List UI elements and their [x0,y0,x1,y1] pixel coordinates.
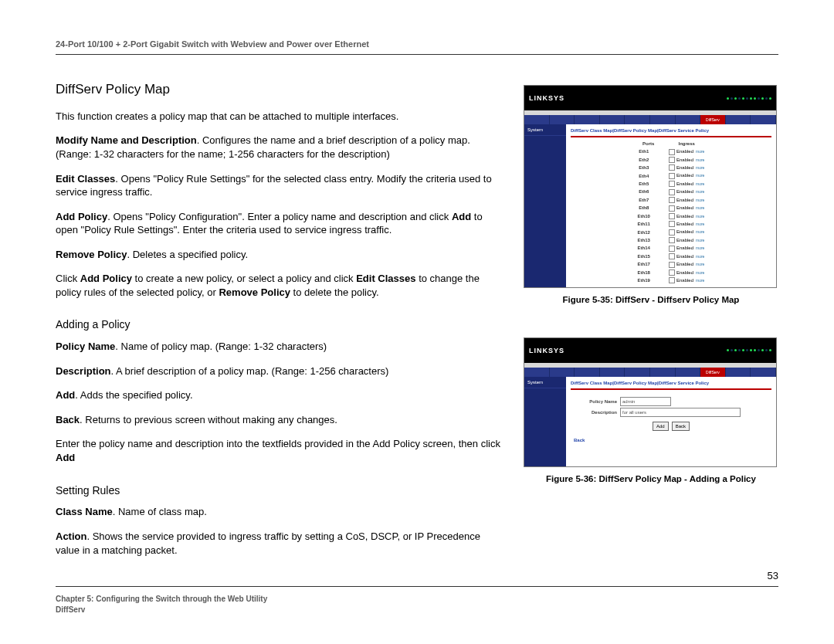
tab-diffserv[interactable]: DiffServ [700,368,726,377]
ingress-cell: Enabledmore [664,276,709,284]
more-link[interactable]: more [696,165,704,170]
paragraph: Add Policy. Opens "Policy Configuration"… [56,210,503,237]
screenshot-content: DiffServ Class Map|DiffServ Policy Map|D… [566,377,776,466]
checkbox-icon[interactable] [669,157,675,163]
tab[interactable] [726,115,751,124]
back-button[interactable]: Back [672,422,690,431]
checkbox-icon[interactable] [669,149,675,155]
more-link[interactable]: more [696,229,704,234]
paragraph: Click Add Policy to create a new policy,… [56,272,503,299]
checkbox-icon[interactable] [669,277,675,283]
checkbox-icon[interactable] [669,197,675,203]
ingress-cell: Enabledmore [664,196,709,204]
more-link[interactable]: more [696,198,704,202]
tab[interactable] [625,368,650,377]
screenshot-add-policy: LINKSYS DiffServ [524,337,777,467]
checkbox-icon[interactable] [669,229,675,236]
ingress-cell: Enabledmore [664,260,709,268]
label-description: Description [586,409,620,415]
checkbox-icon[interactable] [669,189,675,195]
more-link[interactable]: more [696,270,704,275]
ingress-cell: Enabledmore [664,147,709,155]
table-row: Eth5Enabledmore [633,180,710,188]
more-link[interactable]: more [696,222,704,226]
tab[interactable] [650,368,676,377]
tab[interactable] [650,115,676,124]
table-row: Eth3Enabledmore [633,164,710,171]
tab[interactable] [575,368,600,377]
sidebar-system[interactable]: System [524,124,566,136]
text: . Shows the service provided to ingress … [56,530,480,556]
tab[interactable] [600,115,626,124]
tab[interactable] [751,368,776,377]
text: to create a new policy, or select a poli… [132,273,356,284]
more-link[interactable]: more [696,149,704,154]
more-link[interactable]: more [696,262,704,266]
tab[interactable] [600,368,626,377]
more-link[interactable]: more [696,246,704,250]
more-link[interactable]: more [696,254,704,259]
more-link[interactable]: more [696,214,704,219]
back-link[interactable]: Back [574,437,771,443]
input-policy-name[interactable]: admin [620,397,671,406]
text: . Deletes a specified policy. [127,249,249,260]
tab[interactable] [575,115,600,124]
label-policy-name: Policy Name [586,398,620,405]
form-buttons: Add Back [571,422,771,431]
checkbox-icon[interactable] [669,164,675,171]
port-cell: Eth7 [633,196,664,204]
text: . Adds the specified policy. [75,389,192,401]
sidebar-system[interactable]: System [524,377,566,388]
checkbox-icon[interactable] [669,262,675,268]
tab[interactable] [726,368,751,377]
tab[interactable] [524,368,550,377]
screenshot-header: LINKSYS [524,86,776,110]
enabled-label: Enabled [676,254,693,259]
text: . Opens "Policy Configuration". Enter a … [107,211,452,222]
add-button[interactable]: Add [653,422,669,431]
checkbox-icon[interactable] [669,253,675,259]
subsection-heading: Setting Rules [56,483,503,498]
enabled-label: Enabled [676,222,693,226]
document-page: 24-Port 10/100 + 2-Port Gigabit Switch w… [0,0,834,644]
checkbox-icon[interactable] [669,205,675,212]
tab[interactable] [676,368,701,377]
paragraph: Modify Name and Description. Configures … [56,134,503,161]
enabled-label: Enabled [676,262,693,266]
ingress-cell: Enabledmore [664,188,709,195]
section-heading: DiffServ Policy Map [56,81,503,99]
more-link[interactable]: more [696,173,704,178]
input-description[interactable]: for all users [620,408,741,417]
checkbox-icon[interactable] [669,221,675,227]
checkbox-icon[interactable] [669,237,675,243]
tab[interactable] [550,115,575,124]
page-header: 24-Port 10/100 + 2-Port Gigabit Switch w… [56,39,778,50]
more-link[interactable]: more [696,158,704,162]
more-link[interactable]: more [696,189,704,194]
tab[interactable] [676,115,701,124]
port-cell: Eth3 [633,164,664,171]
checkbox-icon[interactable] [669,181,675,187]
checkbox-icon[interactable] [669,246,675,252]
checkbox-icon[interactable] [669,213,675,219]
checkbox-icon[interactable] [669,173,675,179]
tab[interactable] [625,115,650,124]
more-link[interactable]: more [696,205,704,210]
paragraph: Description. A brief description of a po… [56,364,503,378]
port-cell: Eth11 [633,220,664,228]
figure-5-36: LINKSYS DiffServ [524,337,778,486]
tab-diffserv[interactable]: DiffServ [700,115,726,124]
enabled-label: Enabled [676,205,693,210]
bold-add-policy: Add Policy [80,273,132,284]
term-add-policy: Add Policy [56,211,107,222]
more-link[interactable]: more [696,278,704,283]
tab[interactable] [550,368,575,377]
tab[interactable] [751,115,776,124]
port-cell: Eth6 [633,188,664,195]
checkbox-icon[interactable] [669,269,675,276]
tab[interactable] [524,115,550,124]
more-link[interactable]: more [696,238,704,242]
footer-rule [56,586,778,587]
more-link[interactable]: more [696,181,704,186]
term-class-name: Class Name [56,506,113,517]
